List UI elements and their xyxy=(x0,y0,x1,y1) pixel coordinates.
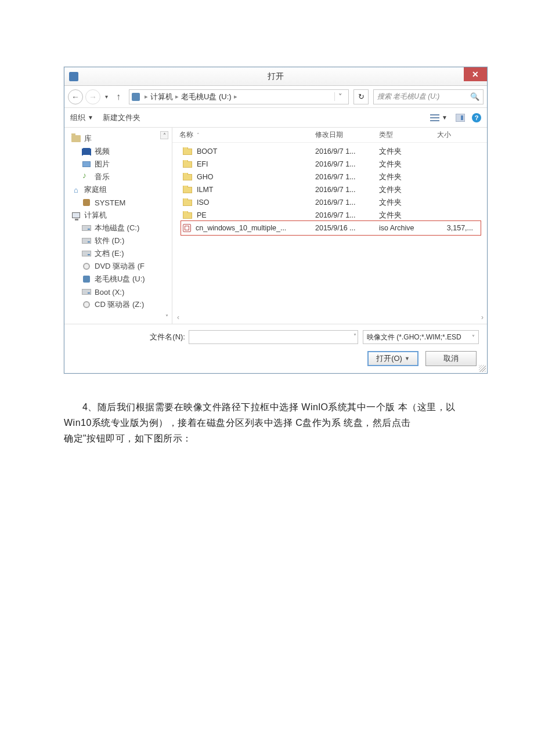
file-rows[interactable]: BOOT2016/9/7 1...文件夹EFI2016/9/7 1...文件夹G… xyxy=(172,143,487,324)
video-icon xyxy=(83,148,90,155)
file-date: 2016/9/7 1... xyxy=(315,211,379,219)
new-folder-label: 新建文件夹 xyxy=(103,113,140,122)
file-name: ISO xyxy=(197,198,210,207)
picture-icon xyxy=(82,161,91,167)
file-name: GHO xyxy=(197,173,213,181)
usb-icon xyxy=(83,276,90,283)
tree-item-docs-e[interactable]: 文档 (E:) xyxy=(82,247,169,260)
nav-up-button[interactable]: ↑ xyxy=(113,92,124,102)
column-headers: 名称 ˄ 修改日期 类型 大小 xyxy=(172,128,487,143)
library-icon xyxy=(71,135,81,142)
search-icon: 🔍 xyxy=(470,92,479,101)
search-placeholder: 搜索 老毛桃U盘 (U:) xyxy=(377,92,470,102)
file-date: 2016/9/7 1... xyxy=(315,160,379,168)
svg-rect-0 xyxy=(430,114,439,115)
tree-item-computer[interactable]: 计算机 xyxy=(71,209,169,222)
dvd-icon xyxy=(83,263,90,270)
column-date[interactable]: 修改日期 xyxy=(315,130,379,140)
tree-item-cd-z[interactable]: CD 驱动器 (Z:) ˅ xyxy=(82,298,169,311)
scroll-indicator-right[interactable]: › xyxy=(481,313,484,321)
file-row[interactable]: cn_windows_10_multiple_...2015/9/16 ...i… xyxy=(172,222,487,234)
instruction-p2: 确定"按钮即可，如下图所示： xyxy=(64,433,192,443)
tree-item-dvd-f[interactable]: DVD 驱动器 (F xyxy=(82,260,169,273)
close-button[interactable]: ✕ xyxy=(464,67,487,81)
organize-menu[interactable]: 组织 ▼ xyxy=(70,113,93,123)
filename-dropdown[interactable]: ˅ xyxy=(353,333,356,339)
tree-item-usb-u[interactable]: 老毛桃U盘 (U:) xyxy=(82,273,169,285)
chevron-right-icon: ▸ xyxy=(234,93,237,100)
folder-icon xyxy=(183,200,192,206)
scroll-up-button[interactable]: ˄ xyxy=(160,131,168,139)
view-options-button[interactable]: ▼ xyxy=(430,114,448,122)
instruction-text: 4、随后我们根据需要在映像文件路径下拉框中选择 WinlO系统其中一个版 本（这… xyxy=(64,399,470,447)
file-name: PE xyxy=(197,211,207,219)
file-type: 文件夹 xyxy=(379,160,437,169)
folder-icon xyxy=(183,212,192,219)
file-list: 名称 ˄ 修改日期 类型 大小 BOOT2016/9/7 1...文件夹EFI2… xyxy=(172,128,487,324)
tree-item-boot-x[interactable]: Boot (X:) xyxy=(82,285,169,298)
file-row[interactable]: ILMT2016/9/7 1...文件夹 xyxy=(172,183,487,196)
preview-pane-button[interactable] xyxy=(456,114,465,122)
column-type[interactable]: 类型 xyxy=(379,130,437,140)
file-row[interactable]: PE2016/9/7 1...文件夹 xyxy=(172,209,487,222)
tree-item-homegroup[interactable]: ⌂ 家庭组 xyxy=(71,183,169,196)
split-dropdown-icon: ▼ xyxy=(405,356,410,361)
file-type: 文件夹 xyxy=(379,185,437,195)
folder-tree[interactable]: ˄ 库 视频 图片 音乐 xyxy=(64,128,172,324)
file-row[interactable]: ISO2016/9/7 1...文件夹 xyxy=(172,196,487,209)
resize-grip[interactable] xyxy=(479,365,486,372)
open-button[interactable]: 打开(O) ▼ xyxy=(367,351,418,366)
chevron-right-icon: ▸ xyxy=(175,93,179,100)
dialog-footer: 文件名(N): ˅ 映像文件 (*.GHO;*.WIM;*.ESD ˅ 打开(O… xyxy=(64,324,487,373)
file-type: 文件夹 xyxy=(379,147,437,157)
tree-item-libraries[interactable]: 库 xyxy=(71,132,169,145)
file-row[interactable]: EFI2016/9/7 1...文件夹 xyxy=(172,158,487,171)
refresh-button[interactable]: ↻ xyxy=(353,89,369,104)
tree-item-videos[interactable]: 视频 xyxy=(82,145,169,158)
scroll-indicator-left[interactable]: ‹ xyxy=(177,313,179,321)
help-button[interactable]: ? xyxy=(472,113,481,122)
chevron-right-icon: ▸ xyxy=(145,93,148,100)
drive-icon xyxy=(132,93,140,101)
file-date: 2016/9/7 1... xyxy=(315,173,379,181)
open-file-dialog: 打开 ✕ ← → ▾ ↑ ▸ 计算机 ▸ 老毛桃U盘 (U:) ▸ ˅ ↻ 搜索… xyxy=(64,67,488,374)
file-date: 2015/9/16 ... xyxy=(315,224,379,232)
svg-rect-2 xyxy=(430,120,439,121)
organize-label: 组织 xyxy=(70,113,85,123)
folder-icon xyxy=(183,187,192,193)
hdd-icon xyxy=(82,225,91,231)
filetype-select[interactable]: 映像文件 (*.GHO;*.WIM;*.ESD ˅ xyxy=(363,330,479,344)
file-row[interactable]: GHO2016/9/7 1...文件夹 xyxy=(172,171,487,183)
nav-back-button[interactable]: ← xyxy=(68,89,83,104)
breadcrumb-seg-drive[interactable]: 老毛桃U盘 (U:) xyxy=(181,92,232,102)
tree-item-music[interactable]: 音乐 xyxy=(82,171,169,183)
tree-item-pictures[interactable]: 图片 xyxy=(82,158,169,171)
file-type: 文件夹 xyxy=(379,198,437,208)
breadcrumb[interactable]: ▸ 计算机 ▸ 老毛桃U盘 (U:) ▸ ˅ xyxy=(129,89,349,104)
file-name: cn_windows_10_multiple_... xyxy=(196,224,286,232)
breadcrumb-seg-computer[interactable]: 计算机 xyxy=(150,92,173,102)
hdd-icon xyxy=(82,238,91,244)
view-icon xyxy=(430,114,439,122)
hdd-icon xyxy=(82,289,91,295)
tree-item-system[interactable]: SYSTEM xyxy=(82,196,169,209)
file-name: ILMT xyxy=(197,186,213,194)
tree-item-soft-d[interactable]: 软件 (D:) xyxy=(82,234,169,247)
file-type: iso Archive xyxy=(379,224,437,232)
column-name[interactable]: 名称 ˄ xyxy=(172,130,315,140)
svg-rect-1 xyxy=(430,117,439,118)
file-date: 2016/9/7 1... xyxy=(315,186,379,194)
sort-indicator-icon: ˄ xyxy=(197,132,200,138)
breadcrumb-dropdown[interactable]: ˅ xyxy=(334,92,346,101)
filename-input[interactable]: ˅ xyxy=(189,330,358,344)
new-folder-button[interactable]: 新建文件夹 xyxy=(103,113,140,123)
nav-forward-button[interactable]: → xyxy=(85,89,100,104)
cancel-button[interactable]: 取消 xyxy=(425,351,477,366)
tree-item-local-c[interactable]: 本地磁盘 (C:) xyxy=(82,222,169,234)
instruction-p1: 4、随后我们根据需要在映像文件路径下拉框中选择 WinlO系统其中一个版 本（这… xyxy=(64,399,470,431)
nav-history-dropdown[interactable]: ▾ xyxy=(103,93,110,100)
column-size[interactable]: 大小 xyxy=(437,130,478,140)
search-input[interactable]: 搜索 老毛桃U盘 (U:) 🔍 xyxy=(373,89,484,104)
file-size: 3,157,... xyxy=(437,224,478,232)
file-row[interactable]: BOOT2016/9/7 1...文件夹 xyxy=(172,145,487,158)
